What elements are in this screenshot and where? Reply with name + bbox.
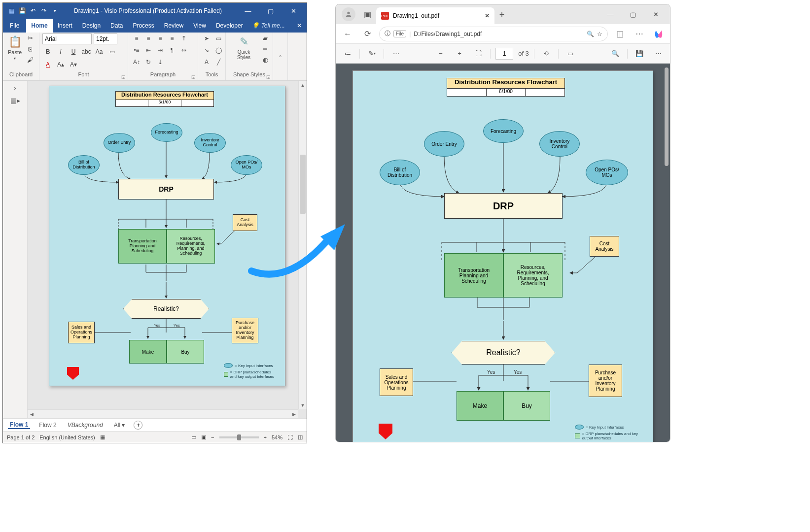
zoom-in-button[interactable]: + [453,47,466,61]
align-bottom-button[interactable]: ⤓ [155,57,166,67]
favorite-icon[interactable]: ☆ [597,31,602,37]
change-case-button[interactable]: Aa [94,46,105,57]
paragraph-spacing-button[interactable]: ¶ [167,45,177,55]
align-left-button[interactable]: ≡ [131,33,142,43]
horizontal-scrollbar[interactable]: ◀ ▶ [28,409,298,418]
back-button[interactable]: ← [340,26,355,42]
browser-minimize-button[interactable]: — [599,4,622,24]
shapestyles-launcher-icon[interactable]: ◲ [266,74,271,79]
tab-design[interactable]: Design [77,19,106,33]
browser-close-button[interactable]: ✕ [644,4,667,24]
canvas[interactable]: Distribution Resources Flowchart 6/1/00 [28,81,307,418]
stencil-icon[interactable]: ▦▸ [10,97,20,104]
paste-button[interactable]: 📋 Paste ▾ [6,33,24,63]
zoom-level[interactable]: 54% [272,434,282,440]
decrease-font-button[interactable]: A▾ [68,59,79,70]
pdf-viewer[interactable]: Distribution Resources Flowchart 6/1/00 [336,64,670,442]
connector-tool-icon[interactable]: ↘ [201,45,212,55]
pagetab-vbackground[interactable]: VBackground [66,422,105,429]
align-middle-button[interactable]: ⇔ [178,45,189,55]
close-button[interactable]: ✕ [282,3,305,19]
tab-close-icon[interactable]: ✕ [485,12,490,19]
quick-styles-button[interactable]: ✎ Quick Styles [229,33,259,62]
copilot-icon[interactable] [651,27,666,41]
font-size-input[interactable] [94,33,117,44]
qat-more-icon[interactable]: ▾ [50,6,59,15]
refresh-button[interactable]: ⟳ [359,26,375,42]
font-launcher-icon[interactable]: ◲ [121,74,126,79]
highlight-button[interactable]: ▭ [106,46,117,57]
line-tool-icon[interactable]: ╱ [213,57,224,67]
more-tools-icon[interactable]: ⋯ [389,47,403,61]
pagetab-flow1[interactable]: Flow 1 [8,421,30,429]
browser-maximize-button[interactable]: ▢ [622,4,644,24]
shapes-pane-collapsed[interactable]: › ▦▸ [3,81,28,418]
justify-button[interactable]: ≡ [167,33,177,43]
presentation-mode-icon[interactable]: ▭ [191,434,196,440]
new-tab-button[interactable]: + [494,7,509,22]
rectangle-tool-icon[interactable]: ▭ [213,33,224,43]
strike-button[interactable]: abc [81,46,92,57]
line-button[interactable]: ━ [261,44,270,53]
text-direction-button[interactable]: A↕ [131,57,142,67]
draw-icon[interactable]: ✎ ▾ [365,47,379,61]
add-page-button[interactable]: + [134,421,142,430]
tab-home[interactable]: Home [26,19,52,33]
page-number-input[interactable] [495,48,513,60]
site-info-icon[interactable]: ⓘ [385,30,390,38]
zoom-icon[interactable]: 🔍 [587,31,594,37]
cut-icon[interactable]: ✂ [26,33,35,42]
increase-font-button[interactable]: A▴ [55,59,66,70]
align-top-button[interactable]: ⤒ [178,33,189,43]
status-language[interactable]: English (United States) [39,434,95,440]
text-tool-icon[interactable]: A [201,57,212,67]
font-color-button[interactable]: A [42,59,53,70]
pagetab-all[interactable]: All ▾ [112,422,127,429]
minimize-button[interactable]: — [237,3,259,19]
ribbon-close-icon[interactable]: ✕ [292,22,307,29]
undo-icon[interactable]: ↶ [29,6,37,15]
underline-button[interactable]: U [68,46,79,57]
copy-icon[interactable]: ⎘ [26,44,35,53]
scroll-left-icon[interactable]: ◀ [28,410,36,418]
align-center-button[interactable]: ≡ [143,33,154,43]
vertical-scrollbar[interactable]: ▲ ▼ [298,81,307,409]
save-pdf-icon[interactable]: 💾 [633,47,646,61]
fill-button[interactable]: ▰ [261,33,270,42]
effects-button[interactable]: ◐ [261,55,270,64]
pdf-scrollbar[interactable] [664,66,669,440]
scroll-thumb[interactable] [300,155,306,214]
redo-icon[interactable]: ↷ [39,6,48,15]
zoom-out-icon[interactable]: − [211,434,214,440]
address-bar[interactable]: ⓘ File | D:/Files/Drawing1_out.pdf 🔍 ☆ [379,27,608,41]
align-right-button[interactable]: ≡ [155,33,166,43]
paragraph-launcher-icon[interactable]: ◲ [191,74,196,79]
decrease-indent-button[interactable]: ⇤ [143,45,154,55]
pan-zoom-icon[interactable]: ◫ [298,434,303,440]
zoom-out-button[interactable]: − [434,47,448,61]
pdf-scroll-thumb[interactable] [665,67,669,166]
browser-tab[interactable]: PDF Drawing1_out.pdf ✕ [376,7,494,24]
tab-insert[interactable]: Insert [53,19,77,33]
font-family-input[interactable] [42,33,92,44]
increase-indent-button[interactable]: ⇥ [155,45,166,55]
ellipse-tool-icon[interactable]: ◯ [213,45,224,55]
bold-button[interactable]: B [42,46,53,57]
italic-button[interactable]: I [55,46,66,57]
expand-shapes-icon[interactable]: › [14,85,16,92]
page-view-icon[interactable]: ▭ [563,47,577,61]
scroll-up-icon[interactable]: ▲ [299,81,307,89]
bullets-button[interactable]: •≡ [131,45,142,55]
find-icon[interactable]: 🔍 [608,47,622,61]
save-icon[interactable]: 💾 [18,6,27,15]
scroll-down-icon[interactable]: ▼ [299,401,307,409]
tab-process[interactable]: Process [128,19,159,33]
pdf-more-icon[interactable]: ⋯ [651,47,665,61]
scroll-right-icon[interactable]: ▶ [290,410,298,418]
tab-developer[interactable]: Developer [211,19,248,33]
fit-window-icon[interactable]: ⛶ [287,434,293,440]
collapse-ribbon-icon[interactable]: ^ [279,54,282,60]
zoom-in-icon[interactable]: + [264,434,267,440]
macro-record-icon[interactable]: ▦ [100,434,105,440]
fit-page-icon[interactable]: ▣ [201,434,206,440]
